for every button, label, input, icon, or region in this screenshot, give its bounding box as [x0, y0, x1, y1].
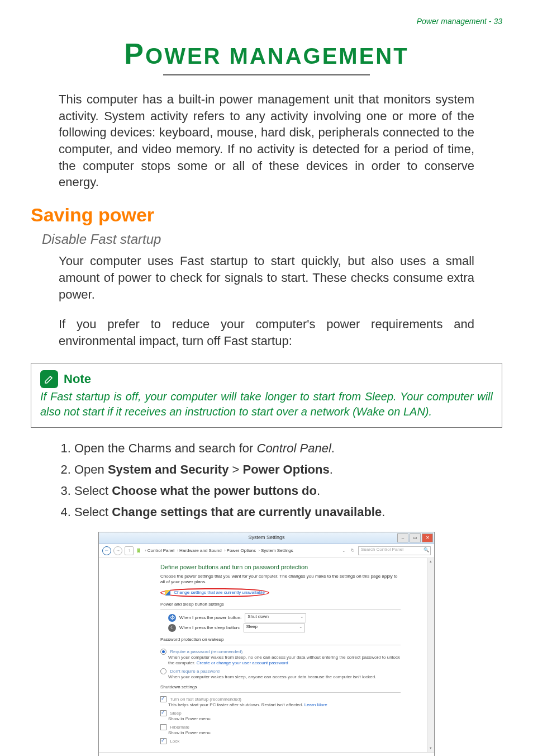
window-title: System Settings [248, 535, 284, 541]
window-maximize-button[interactable]: ▭ [410, 533, 421, 542]
step-1: Open the Charms and search for Control P… [74, 439, 474, 458]
window-close-button[interactable]: ✕ [422, 533, 433, 542]
breadcrumb[interactable]: ›Control Panel ›Hardware and Sound ›Powe… [144, 548, 338, 554]
fast-startup-label: Turn on fast startup (recommended) [170, 696, 241, 701]
section-title: Define power buttons and turn on passwor… [160, 564, 401, 571]
power-button-label: When I press the power button: [179, 615, 241, 621]
forward-button[interactable]: → [113, 546, 122, 555]
heading-disable-fast-startup: Disable Fast startup [42, 231, 502, 247]
scroll-up-icon[interactable]: ▴ [427, 558, 434, 565]
step-3-end: . [317, 484, 320, 498]
radio-dont-require-password[interactable] [160, 668, 166, 674]
title-first-letter: P [124, 37, 145, 70]
sleep-button-select[interactable]: Sleep ⌄ [244, 623, 305, 632]
note-box: Note If Fast startup is off, your comput… [31, 363, 502, 428]
divider-3 [160, 692, 401, 693]
refresh-button[interactable]: ↻ [349, 548, 356, 554]
checkbox-lock[interactable] [160, 738, 166, 744]
screenshot-window: System Settings – ▭ ✕ ← → ↑ 🔋 ›Control P… [98, 532, 435, 756]
step-2-end: . [330, 462, 333, 476]
intro-paragraph: This computer has a built-in power manag… [31, 91, 502, 191]
pencil-icon [40, 370, 58, 388]
footer-buttons: Save changes Cancel [99, 752, 434, 756]
up-button[interactable]: ↑ [125, 546, 134, 555]
divider-1 [160, 609, 401, 610]
opt-dont-require-label: Don't require a password [170, 668, 220, 673]
window-minimize-button[interactable]: – [397, 533, 408, 542]
power-icon: ⏻ [168, 614, 176, 622]
opt-dont-require-desc: When your computer wakes from sleep, any… [168, 674, 401, 680]
step-1-end: . [331, 441, 335, 455]
breadcrumb-chevron-icon[interactable]: ⌄ [340, 548, 347, 554]
search-input[interactable]: Search Control Panel 🔍 [358, 546, 431, 555]
note-title: Note [64, 372, 91, 386]
create-change-password-link[interactable]: Create or change your user account passw… [197, 660, 288, 665]
scrollbar[interactable]: ▴ ▾ [427, 558, 434, 752]
shield-icon [165, 590, 170, 596]
learn-more-link[interactable]: Learn More [304, 702, 327, 707]
step-4-end: . [382, 505, 385, 519]
section-description: Choose the power settings that you want … [160, 574, 401, 585]
sleep-button-value: Sleep [246, 624, 258, 629]
step-3-b: Choose what the power buttons do [112, 484, 317, 498]
sleep-button-label: When I press the sleep button: [179, 625, 240, 631]
breadcrumb-icon: 🔋 [136, 548, 141, 554]
step-2-b2: Power Options [242, 462, 329, 476]
note-body: If Fast startup is off, your computer wi… [40, 389, 493, 419]
step-2-text: Open [74, 462, 108, 476]
sleep-icon: ☾ [168, 624, 176, 632]
change-settings-link[interactable]: Change settings that are currently unava… [174, 590, 265, 595]
page-title: POWER MANAGEMENT [31, 37, 502, 70]
lock-label: Lock [170, 738, 179, 743]
search-icon: 🔍 [423, 547, 429, 553]
chevron-down-icon: ⌄ [300, 614, 304, 620]
highlighted-link-ring: Change settings that are currently unava… [160, 588, 269, 597]
crumb-3[interactable]: Power Options [227, 548, 256, 553]
address-bar: ← → ↑ 🔋 ›Control Panel ›Hardware and Sou… [99, 544, 434, 558]
sleep-desc: Show in Power menu. [168, 716, 401, 722]
opt-require-password-label: Require a password (recommended) [170, 649, 242, 654]
divider-2 [160, 645, 401, 645]
crumb-1[interactable]: Control Panel [147, 548, 174, 553]
step-3-text: Select [74, 484, 112, 498]
step-2: Open System and Security > Power Options… [74, 460, 474, 479]
crumb-4[interactable]: System Settings [261, 548, 293, 553]
window-titlebar[interactable]: System Settings – ▭ ✕ [99, 532, 434, 544]
title-rest: OWER MANAGEMENT [145, 44, 409, 68]
title-underline [163, 74, 370, 75]
power-button-select[interactable]: Shut down ⌄ [245, 613, 306, 622]
step-4: Select Change settings that are currentl… [74, 503, 474, 522]
step-4-text: Select [74, 505, 112, 519]
step-3: Select Choose what the power buttons do. [74, 481, 474, 500]
checkbox-sleep[interactable] [160, 710, 166, 716]
crumb-2[interactable]: Hardware and Sound [179, 548, 222, 553]
checkbox-fast-startup[interactable] [160, 696, 166, 702]
paragraph-1: Your computer uses Fast startup to start… [31, 253, 502, 303]
fast-startup-desc: This helps start your PC faster after sh… [168, 702, 304, 707]
window-body: ▴ ▾ Define power buttons and turn on pas… [99, 558, 434, 752]
step-2-gt: > [229, 462, 242, 476]
subhead-power-sleep: Power and sleep button settings [160, 602, 401, 607]
hibernate-label: Hibernate [170, 724, 189, 729]
step-1-text: Open the Charms and search for [74, 441, 257, 455]
step-4-b: Change settings that are currently unava… [112, 505, 382, 519]
scroll-down-icon[interactable]: ▾ [427, 745, 434, 752]
step-2-b1: System and Security [108, 462, 229, 476]
chevron-down-icon: ⌄ [299, 624, 303, 630]
checkbox-hibernate[interactable] [160, 724, 166, 730]
search-placeholder: Search Control Panel [361, 547, 403, 552]
steps-list: Open the Charms and search for Control P… [31, 439, 502, 522]
subhead-shutdown: Shutdown settings [160, 684, 401, 690]
subhead-password: Password protection on wakeup [160, 637, 401, 642]
radio-require-password[interactable] [160, 649, 166, 655]
hibernate-desc: Show in Power menu. [168, 730, 401, 736]
sleep-label: Sleep [170, 710, 181, 715]
power-button-value: Shut down [248, 614, 269, 619]
page-header: Power management - 33 [31, 17, 502, 26]
step-1-em: Control Panel [257, 441, 331, 455]
back-button[interactable]: ← [102, 546, 111, 555]
paragraph-2: If you prefer to reduce your computer's … [31, 316, 502, 349]
heading-saving-power: Saving power [31, 204, 502, 226]
